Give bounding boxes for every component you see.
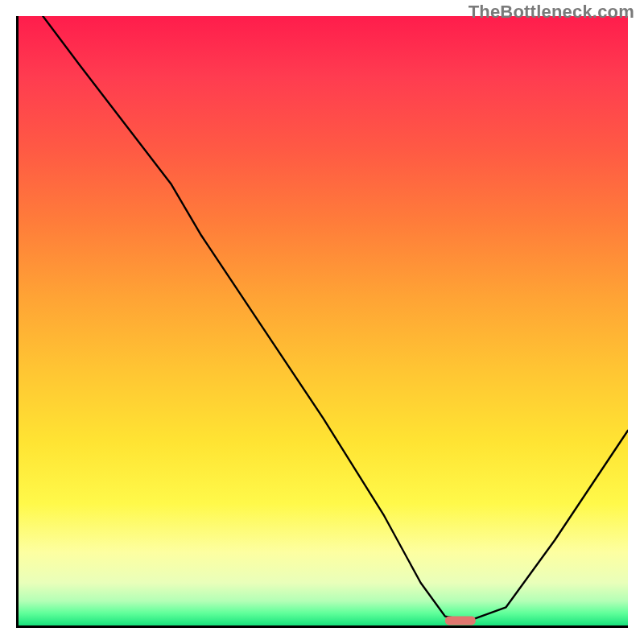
bottleneck-curve-line [43, 16, 628, 621]
plot-area [16, 16, 628, 628]
bottleneck-chart: TheBottleneck.com [0, 0, 644, 644]
curve-group [43, 16, 628, 625]
optimum-marker [445, 616, 476, 625]
curve-layer [19, 16, 628, 625]
watermark-text: TheBottleneck.com [469, 2, 634, 23]
